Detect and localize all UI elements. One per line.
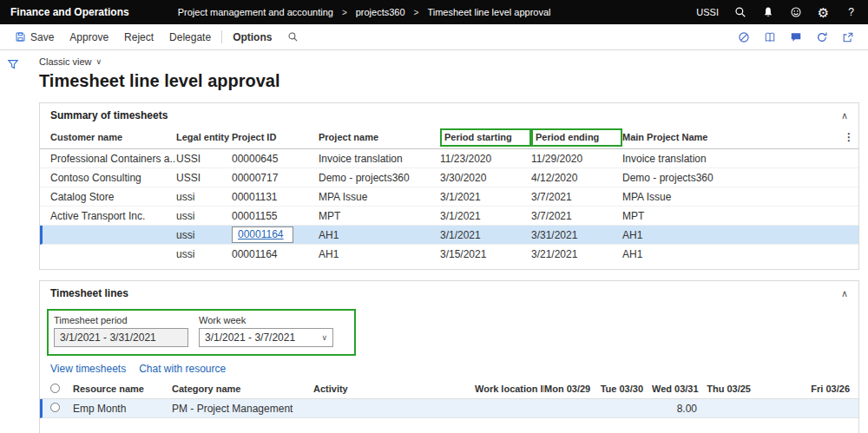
cell-period-ending: 11/29/2020 [531, 153, 622, 165]
breadcrumb-item-area[interactable]: projects360 [356, 7, 405, 17]
cell-category-name: PM - Project Management [172, 403, 313, 415]
column-header-period-starting[interactable]: Period starting [444, 132, 512, 142]
cell-period-ending: 3/7/2021 [531, 191, 622, 203]
cell-period-starting: 3/15/2021 [440, 248, 531, 260]
action-pane-right-icons [737, 30, 861, 44]
cell-legal-entity: ussi [176, 248, 232, 260]
open-in-new-window-icon[interactable] [841, 30, 854, 44]
annotation-highlight-period-starting: Period starting [440, 128, 531, 147]
collapse-section-icon[interactable]: ∧ [841, 110, 848, 121]
cell-main-project-name: MPT [622, 210, 839, 222]
work-week-label: Work week [199, 315, 333, 325]
cell-project-id: 00000645 [232, 153, 319, 165]
summary-table-row[interactable]: Active Transport Inc. ussi 00001155 MPT … [40, 207, 858, 226]
no-entry-icon[interactable] [737, 30, 750, 44]
cell-period-ending: 3/31/2021 [531, 229, 622, 241]
save-label: Save [30, 31, 54, 43]
reject-button[interactable]: Reject [116, 24, 161, 49]
cell-main-project-name: Demo - projects360 [622, 172, 839, 184]
cell-period-starting: 3/30/2020 [440, 172, 531, 184]
cell-wed-hours: 8.00 [652, 403, 706, 415]
cell-main-project-name: AH1 [622, 229, 839, 241]
notifications-bell-icon[interactable] [761, 5, 774, 19]
column-header-category-name[interactable]: Category name [172, 384, 313, 394]
work-week-select[interactable]: 3/1/2021 - 3/7/2021 ∨ [199, 328, 333, 347]
column-header-legal-entity[interactable]: Legal entity [176, 132, 232, 142]
cell-project-name: MPA Issue [319, 191, 440, 203]
column-header-wed[interactable]: Wed 03/31 [652, 384, 706, 394]
chat-with-resource-link[interactable]: Chat with resource [139, 363, 226, 375]
annotation-highlight-period-ending: Period ending [531, 128, 622, 147]
cell-period-starting: 11/23/2020 [440, 153, 531, 165]
cell-project-name: AH1 [319, 229, 440, 241]
column-header-work-location-id[interactable]: Work location ID [475, 384, 544, 394]
settings-gear-icon[interactable]: ⚙ [817, 5, 830, 19]
cell-project-id: 00001164 [232, 248, 319, 260]
view-selector[interactable]: Classic view ∨ [39, 56, 102, 67]
column-header-resource-name[interactable]: Resource name [73, 384, 172, 394]
column-header-project-name[interactable]: Project name [319, 132, 440, 142]
timesheet-period-input[interactable]: 3/1/2021 - 3/31/2021 [54, 328, 188, 347]
guide-book-icon[interactable] [763, 30, 776, 44]
breadcrumb-item-page[interactable]: Timesheet line level approval [427, 7, 550, 17]
lines-section-header: Timesheet lines ∧ [40, 281, 858, 304]
column-header-main-project-name[interactable]: Main Project Name [622, 132, 839, 142]
column-header-project-id[interactable]: Project ID [232, 132, 319, 142]
timesheet-period-label: Timesheet period [54, 315, 188, 325]
cell-legal-entity: ussi [176, 210, 232, 222]
cell-legal-entity: ussi [176, 191, 232, 203]
lines-section-title: Timesheet lines [50, 287, 128, 299]
lines-empty-area [40, 418, 858, 433]
cell-resource-name: Emp Month [73, 403, 172, 415]
approve-button[interactable]: Approve [62, 24, 116, 49]
collapse-section-icon[interactable]: ∧ [841, 288, 848, 299]
summary-table-row[interactable]: Catalog Store ussi 00001131 MPA Issue 3/… [40, 187, 858, 207]
summary-table-row[interactable]: ussi 00001164 AH1 3/15/2021 3/21/2021 AH… [40, 245, 858, 264]
timesheet-lines-section: Timesheet lines ∧ Timesheet period 3/1/2… [39, 280, 859, 433]
company-selector[interactable]: USSI [696, 7, 719, 17]
chevron-down-icon: ∨ [96, 57, 102, 66]
topbar-actions: USSI ⚙ ? [696, 5, 858, 19]
breadcrumb: Project management and accounting > proj… [178, 7, 551, 17]
lines-table-row-selected[interactable]: Emp Month PM - Project Management 8.00 [40, 399, 858, 418]
project-id-link[interactable]: 00001164 [238, 228, 284, 240]
filter-funnel-icon[interactable] [7, 58, 19, 70]
cell-project-id: 00000717 [232, 172, 319, 184]
cell-period-ending: 4/12/2020 [531, 172, 622, 184]
options-tab[interactable]: Options [225, 24, 279, 49]
grid-more-options-icon[interactable]: ⋮ [839, 131, 858, 143]
chat-bubble-icon[interactable] [789, 30, 802, 44]
refresh-icon[interactable] [815, 30, 828, 44]
column-header-period-ending[interactable]: Period ending [536, 132, 599, 142]
workspace: Classic view ∨ Timesheet line level appr… [0, 50, 868, 433]
cell-period-ending: 3/21/2021 [531, 248, 622, 260]
project-id-edit-box[interactable]: 00001164 [232, 226, 293, 243]
cell-main-project-name: Invoice translation [622, 153, 839, 165]
view-timesheets-link[interactable]: View timesheets [50, 363, 126, 375]
select-all-radio[interactable] [50, 384, 60, 393]
column-header-activity[interactable]: Activity [313, 384, 475, 394]
column-header-fri[interactable]: Fri 03/26 [760, 384, 858, 394]
summary-section-header: Summary of timesheets ∧ [40, 103, 858, 126]
cell-customer-name: Catalog Store [50, 191, 176, 203]
help-icon[interactable]: ? [845, 5, 858, 19]
feedback-smiley-icon[interactable] [789, 5, 802, 19]
breadcrumb-item-module[interactable]: Project management and accounting [178, 7, 333, 17]
search-icon[interactable] [733, 5, 746, 19]
action-pane: Save Approve Reject Delegate Options [0, 24, 868, 50]
view-selector-label: Classic view [39, 56, 92, 67]
cell-project-name: MPT [319, 210, 440, 222]
row-select-radio[interactable] [50, 403, 60, 412]
delegate-button[interactable]: Delegate [161, 24, 219, 49]
column-header-thu[interactable]: Thu 03/25 [706, 384, 760, 394]
column-header-tue[interactable]: Tue 03/30 [598, 384, 652, 394]
cell-period-starting: 3/1/2021 [440, 229, 531, 241]
column-header-mon[interactable]: Mon 03/29 [544, 384, 598, 394]
summary-table-row-selected[interactable]: ussi 00001164 AH1 3/1/2021 3/31/2021 AH1 [40, 226, 858, 245]
summary-table-row[interactable]: Contoso Consulting USSI 00000717 Demo - … [40, 168, 858, 187]
column-header-customer-name[interactable]: Customer name [50, 132, 176, 142]
app-title[interactable]: Finance and Operations [10, 6, 129, 18]
summary-table-row[interactable]: Professional Containers a... USSI 000006… [40, 149, 858, 168]
find-in-form-search-icon[interactable] [279, 24, 306, 49]
save-button[interactable]: Save [7, 24, 62, 49]
